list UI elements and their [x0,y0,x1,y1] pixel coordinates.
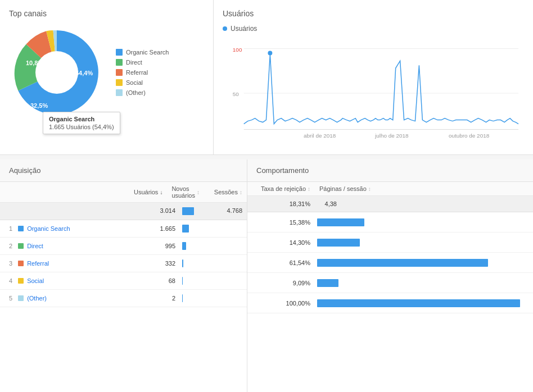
legend-dot-social [116,79,123,86]
usuarios-title: Usuários [223,9,524,18]
legend-area: Organic Search Direct Referral Social [116,49,169,96]
label-col-header-spacer [0,185,115,199]
novos-bar-inner-3 [182,259,183,267]
tooltip-title: Organic Search [49,116,114,122]
legend-dot-organic [116,49,123,56]
sessoes-2 [196,241,247,250]
pages-bar-inner-3 [317,259,488,267]
totals-row-beh: 18,31% 4,38 [247,196,533,212]
legend-dot-referral [116,69,123,76]
usuarios-3: 332 [124,256,180,271]
channel-link-social[interactable]: Social [27,277,44,284]
usuarios-2: 995 [124,238,180,254]
beh-row-2: 14,30% [247,233,533,253]
data-row-3: 3 Referral 332 [0,255,247,272]
beh-row-4: 9,09% [247,273,533,293]
channel-dot-direct [18,243,24,249]
row-num-1: 1 [9,225,12,232]
comportamento-title: Comportamento [256,166,309,175]
pages-bar-4 [315,275,533,291]
channel-link-other[interactable]: (Other) [27,295,47,302]
novos-bar-4 [180,272,196,289]
pages-bar-2 [315,234,533,251]
svg-text:54,4%: 54,4% [75,70,93,76]
legend-dot-direct [116,59,123,66]
beh-row-5: 100,00% [247,293,533,313]
legend-dot-other [116,89,123,96]
pages-bar-5 [315,295,533,312]
taxa-4: 9,09% [247,275,315,291]
comportamento-header: Comportamento [247,159,533,182]
sort-icon-usuarios: ↓ [160,189,162,195]
sessoes-4 [196,276,247,285]
legend-social: Social [116,79,169,86]
top-row: Top canais [0,0,533,155]
channel-dot-social [18,278,24,284]
pie-area: 54,4% 32,5% 10,8% Organic Search 1.665 U… [9,25,204,120]
beh-row-1: 15,38% [247,212,533,233]
novos-bar-inner-2 [182,242,186,250]
channel-link-organic[interactable]: Organic Search [27,225,70,232]
svg-text:10,8%: 10,8% [26,60,43,66]
chart-dot [223,26,227,31]
usuarios-5: 2 [124,290,180,306]
beh-col-headers: Taxa de rejeição ↕ Páginas / sessão ↕ [247,182,533,196]
aquisicao-header: Aquisição [0,159,247,182]
usuarios-1: 1.665 [124,221,180,236]
col-header-taxa: Taxa de rejeição ↕ [247,185,315,192]
sessoes-3 [196,259,247,268]
legend-other: (Other) [116,89,169,96]
svg-point-12 [268,51,272,56]
tooltip-value: 1.665 Usuários (54,4%) [49,124,114,130]
sort-icon-taxa: ↕ [308,186,310,192]
channel-link-referral[interactable]: Referral [27,260,49,267]
col-header-usuarios: Usuários ↓ [115,185,167,199]
pages-bar-inner-1 [317,218,364,226]
svg-text:32,5%: 32,5% [30,102,48,109]
taxa-3: 61,54% [247,255,315,271]
pages-bar-1 [315,214,533,231]
pages-bar-3 [315,254,533,271]
bottom-row: Aquisição Usuários ↓ Novos usuários ↕ Se… [0,159,533,392]
top-left-panel: Top canais [0,0,214,154]
totals-taxa: 18,31% [247,196,315,212]
col-header-novos-usuarios: Novos usuários ↕ [167,185,200,199]
chart-area: Usuários 100 50 abril de 2018 julho de 2… [223,25,524,145]
aquisicao-section: Aquisição Usuários ↓ Novos usuários ↕ Se… [0,159,247,392]
svg-point-0 [35,51,78,94]
channel-dot-other [18,295,24,301]
row-label-5: 5 (Other) [0,290,124,306]
row-num-5: 5 [9,295,12,302]
channel-link-direct[interactable]: Direct [27,243,43,249]
totals-label-spacer [0,203,124,220]
svg-text:50: 50 [233,91,240,97]
novos-bar-5 [180,290,196,307]
col-header-pages: Páginas / sessão ↕ [315,185,533,192]
top-canais-title: Top canais [9,9,204,18]
beh-row-3: 61,54% [247,253,533,273]
legend-label-direct: Direct [126,59,142,66]
pages-bar-inner-5 [317,299,520,307]
comportamento-section: Comportamento Taxa de rejeição ↕ Páginas… [247,159,533,392]
line-chart-svg: 100 50 abril de 2018 julho de 2018 outub… [223,37,524,144]
svg-text:abril de 2018: abril de 2018 [304,133,336,139]
pie-chart: 54,4% 32,5% 10,8% Organic Search 1.665 U… [9,25,105,120]
chart-label-row: Usuários [223,25,524,33]
row-num-3: 3 [9,260,12,267]
novos-bar-1 [180,220,196,237]
novos-bar-inner-1 [182,225,189,233]
channel-dot-organic [18,226,24,231]
top-right-panel: Usuários Usuários 100 50 abril de 2018 [214,0,533,154]
taxa-5: 100,00% [247,295,315,311]
row-num-4: 4 [9,277,12,284]
aquisicao-title: Aquisição [9,166,40,175]
row-label-4: 4 Social [0,273,124,289]
totals-pages-val: 4,38 [317,200,337,207]
data-row-4: 4 Social 68 [0,272,247,290]
sessoes-5 [196,294,247,303]
taxa-1: 15,38% [247,215,315,230]
totals-row-acq: 3.014 4.768 [0,203,247,220]
main-container: Top canais [0,0,533,392]
acq-col-headers: Usuários ↓ Novos usuários ↕ Sessões ↕ [0,182,247,203]
pages-bar-inner-2 [317,239,360,247]
